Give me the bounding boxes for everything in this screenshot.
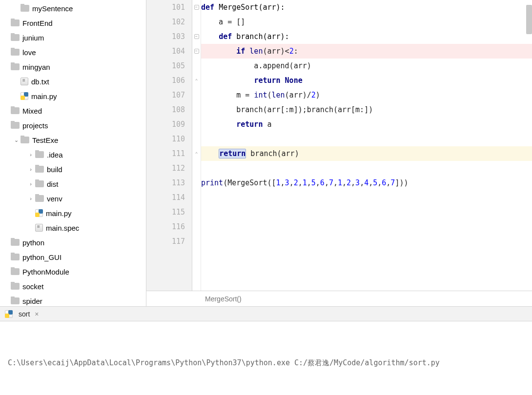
code-line[interactable]: return a	[201, 117, 532, 132]
tree-item[interactable]: ›dist	[0, 177, 146, 191]
line-number[interactable]: 110	[146, 132, 185, 146]
tree-item[interactable]: projects	[0, 118, 146, 133]
tree-item[interactable]: db.txt	[0, 74, 146, 89]
line-gutter[interactable]: 1011021031041051061071081091101111121131…	[146, 0, 192, 291]
chevron-placeholder	[2, 121, 11, 130]
chevron-placeholder	[2, 19, 11, 27]
tree-item[interactable]: ›build	[0, 162, 146, 177]
tree-item[interactable]: ›.idea	[0, 147, 146, 162]
fold-cell[interactable]: ⌃	[192, 73, 201, 88]
code-line[interactable]	[201, 219, 532, 234]
tree-item[interactable]: socket	[0, 279, 146, 294]
line-number[interactable]: 112	[146, 161, 185, 176]
tree-label: spider	[22, 297, 42, 305]
line-number[interactable]: 103	[146, 29, 185, 44]
chevron-down-icon[interactable]: ⌄	[12, 136, 20, 144]
fold-cell	[192, 88, 201, 102]
tree-item[interactable]: python_GUI	[0, 250, 146, 264]
tree-item[interactable]: main.py	[0, 89, 146, 103]
code-line[interactable]	[201, 205, 532, 219]
tree-item[interactable]: PythonModule	[0, 264, 146, 279]
chevron-right-icon[interactable]: ›	[26, 179, 35, 188]
code-line[interactable]: print(MergeSort([1,3,2,1,5,6,7,1,2,3,4,5…	[201, 176, 532, 190]
line-number[interactable]: 113	[146, 176, 185, 190]
tree-item[interactable]: FrontEnd	[0, 16, 146, 30]
tree-label: Mixed	[22, 107, 42, 115]
fold-cell	[192, 234, 201, 249]
folder-icon	[35, 151, 44, 158]
tree-label: FrontEnd	[22, 19, 53, 27]
chevron-right-icon[interactable]: ›	[26, 150, 35, 159]
line-number[interactable]: 105	[146, 59, 185, 73]
scrollbar-thumb[interactable]	[526, 5, 532, 34]
tree-item[interactable]: ›venv	[0, 191, 146, 206]
console-output[interactable]: C:\Users\ecaij\AppData\Local\Programs\Py…	[0, 321, 532, 395]
chevron-placeholder	[2, 253, 11, 261]
close-icon[interactable]: ×	[35, 310, 39, 318]
project-tree[interactable]: mySentenceFrontEndjuniumlovemingyandb.tx…	[0, 0, 146, 306]
line-number[interactable]: 115	[146, 205, 185, 219]
line-number[interactable]: 116	[146, 219, 185, 234]
line-number[interactable]: 107	[146, 88, 185, 102]
line-number[interactable]: 101	[146, 0, 185, 15]
tree-item[interactable]: Mixed	[0, 103, 146, 118]
code-line[interactable]: m = int(len(arr)/2)	[201, 88, 532, 102]
line-number[interactable]: 117	[146, 234, 185, 249]
code-line[interactable]	[201, 161, 532, 176]
tree-item[interactable]: mingyan	[0, 59, 146, 74]
chevron-placeholder	[2, 267, 11, 276]
tree-item[interactable]: main.py	[0, 206, 146, 220]
code-area[interactable]: def MergeSort(arr): a = [] def branch(ar…	[201, 0, 532, 291]
fold-cell[interactable]: −	[192, 29, 201, 44]
chevron-placeholder	[2, 238, 11, 247]
folder-icon	[35, 195, 44, 202]
code-line[interactable]: return branch(arr)	[201, 146, 532, 161]
code-line[interactable]	[201, 132, 532, 146]
tree-item[interactable]: python	[0, 235, 146, 250]
fold-cell[interactable]: −	[192, 0, 201, 15]
code-line[interactable]: branch(arr[:m]);branch(arr[m:])	[201, 102, 532, 117]
fold-cell	[192, 176, 201, 190]
tree-item[interactable]: junium	[0, 30, 146, 45]
code-line[interactable]	[201, 190, 532, 205]
code-line[interactable]: a = []	[201, 15, 532, 29]
code-line[interactable]: def branch(arr):	[201, 29, 532, 44]
breadcrumb[interactable]: MergeSort()	[146, 291, 532, 306]
tree-label: python	[22, 238, 44, 247]
line-number[interactable]: 114	[146, 190, 185, 205]
line-number[interactable]: 109	[146, 117, 185, 132]
code-line[interactable]: if len(arr)<2:	[201, 44, 532, 59]
folder-icon	[11, 49, 20, 56]
code-line[interactable]	[201, 234, 532, 249]
chevron-placeholder	[26, 223, 35, 232]
editor[interactable]: 1011021031041051061071081091101111121131…	[146, 0, 532, 306]
line-number[interactable]: 104	[146, 44, 185, 59]
chevron-placeholder	[2, 33, 11, 42]
chevron-right-icon[interactable]: ›	[26, 194, 35, 203]
folder-icon	[11, 122, 20, 129]
fold-cell[interactable]: ⌃	[192, 146, 201, 161]
chevron-placeholder	[2, 296, 11, 305]
folder-icon	[11, 63, 20, 70]
folder-icon	[20, 5, 29, 12]
code-line[interactable]: def MergeSort(arr):	[201, 0, 532, 15]
tree-item[interactable]: mySentence	[0, 1, 146, 16]
fold-strip[interactable]: −−−⌃⌃	[192, 0, 201, 291]
code-line[interactable]: return None	[201, 73, 532, 88]
line-number[interactable]: 106	[146, 73, 185, 88]
tree-label: mingyan	[22, 63, 50, 71]
code-line[interactable]: a.append(arr)	[201, 59, 532, 73]
tree-item[interactable]: ⌄TestExe	[0, 133, 146, 147]
line-number[interactable]: 111	[146, 146, 185, 161]
fold-cell[interactable]: −	[192, 44, 201, 59]
chevron-right-icon[interactable]: ›	[26, 165, 35, 174]
tree-item[interactable]: love	[0, 45, 146, 59]
line-number[interactable]: 108	[146, 102, 185, 117]
tree-label: venv	[47, 195, 62, 203]
line-number[interactable]: 102	[146, 15, 185, 29]
tree-item[interactable]: main.spec	[0, 220, 146, 235]
tree-item[interactable]: spider	[0, 294, 146, 306]
folder-icon	[35, 166, 44, 173]
run-tab[interactable]: sort ×	[0, 307, 44, 321]
file-icon	[35, 224, 43, 232]
